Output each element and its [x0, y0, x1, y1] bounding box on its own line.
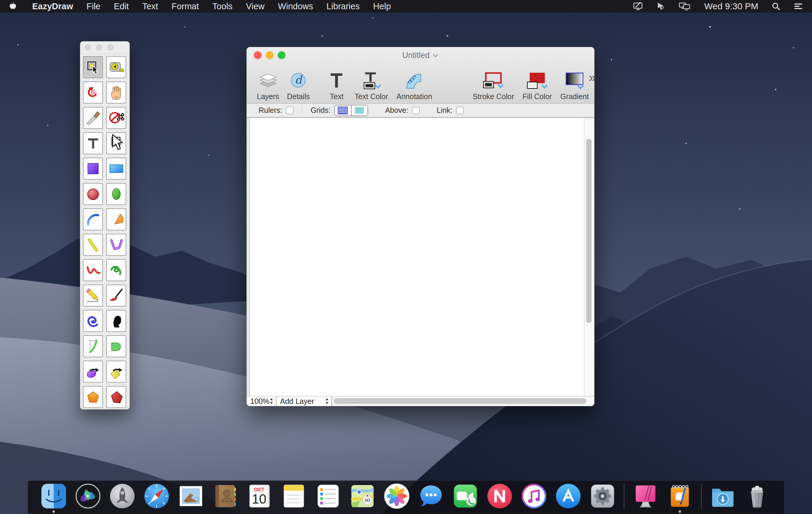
tool-select-button[interactable]: [83, 56, 103, 78]
above-checkbox[interactable]: [412, 107, 420, 114]
menu-edit[interactable]: Edit: [114, 1, 129, 11]
tool-polyline-button[interactable]: [106, 234, 126, 256]
toolbar-annotation-button[interactable]: TEXT Annotation: [397, 71, 432, 101]
dock-facetime[interactable]: [452, 483, 478, 509]
tool-circle-button[interactable]: [83, 183, 103, 205]
finder-icon: [40, 483, 67, 509]
dock-notes[interactable]: [281, 483, 307, 509]
palette-minimize-button[interactable]: [96, 45, 102, 50]
toolbar-label: Text: [330, 92, 344, 101]
menu-clock[interactable]: Wed 9:30 PM: [704, 1, 758, 11]
apple-menu[interactable]: [9, 2, 17, 11]
tool-silhouette-button[interactable]: [106, 310, 126, 332]
dock-cleanmymac[interactable]: [632, 483, 659, 509]
menu-tools[interactable]: Tools: [212, 1, 233, 11]
toolbar-gradient-button[interactable]: Gradient: [560, 71, 589, 101]
dock-itunes[interactable]: [521, 483, 547, 509]
drawing-canvas[interactable]: [250, 118, 584, 397]
notification-center-icon[interactable]: [793, 2, 803, 11]
link-checkbox[interactable]: [456, 107, 464, 114]
menu-windows[interactable]: Windows: [278, 1, 313, 11]
tool-polygon-button[interactable]: [106, 386, 126, 408]
palette-zoom-button[interactable]: [107, 45, 113, 50]
layer-menu-select[interactable]: Add Layer: [277, 397, 332, 406]
palette-close-button[interactable]: [85, 45, 91, 50]
menu-format[interactable]: Format: [172, 1, 199, 11]
dock-maps[interactable]: 3D: [349, 483, 376, 509]
display-draw-icon[interactable]: [633, 2, 643, 11]
menu-text[interactable]: Text: [142, 1, 158, 11]
tool-curve-button[interactable]: [83, 259, 103, 281]
details-letter: d: [295, 74, 303, 86]
tool-text-button[interactable]: [83, 132, 103, 154]
tool-brush-button[interactable]: [106, 285, 126, 306]
title-chevron-icon[interactable]: [433, 53, 438, 58]
vertical-scrollbar[interactable]: [584, 118, 594, 397]
tool-pan-hand-button[interactable]: [106, 81, 126, 104]
toolbar-fill-color-button[interactable]: Fill Color: [523, 71, 552, 101]
horizontal-scrollbar-thumb[interactable]: [334, 398, 586, 404]
menu-help[interactable]: Help: [373, 1, 391, 11]
dock-app-store[interactable]: [555, 483, 581, 509]
dock-news[interactable]: [487, 483, 513, 509]
tool-line-button[interactable]: [83, 234, 103, 256]
toolbar-text-button[interactable]: Text: [327, 71, 345, 101]
grid-fill-segment[interactable]: [351, 105, 368, 115]
pointer-icon[interactable]: [657, 2, 666, 11]
tool-knife-button[interactable]: [83, 107, 103, 129]
toolbar-layers-button[interactable]: Layers: [257, 71, 279, 101]
annotation-icon: TEXT: [405, 71, 424, 90]
toolbar-details-button[interactable]: d Details: [287, 71, 310, 101]
dock-safari[interactable]: [144, 483, 170, 509]
dual-display-icon[interactable]: [679, 2, 691, 11]
dock-contacts[interactable]: [212, 483, 238, 509]
link-label: Link:: [437, 106, 453, 115]
tool-pentagon-button[interactable]: [83, 386, 103, 408]
dock-trash[interactable]: [744, 483, 770, 509]
dock-launchpad[interactable]: [109, 483, 136, 509]
tool-pencil-button[interactable]: [83, 285, 103, 306]
layers-icon: [258, 71, 278, 90]
tool-measure-button[interactable]: [106, 56, 126, 78]
silhouette-icon: [108, 312, 125, 330]
tool-arc-button[interactable]: [83, 208, 103, 231]
dock-system-preferences[interactable]: [589, 483, 616, 509]
dock-downloads[interactable]: [710, 483, 736, 509]
dock-mail[interactable]: [178, 483, 204, 509]
tool-pie-button[interactable]: [106, 208, 126, 231]
spotlight-search-icon[interactable]: [772, 2, 780, 11]
tool-square-button[interactable]: [83, 158, 103, 180]
tool-curved-surface-button[interactable]: [83, 335, 103, 357]
menu-file[interactable]: File: [87, 1, 100, 11]
menu-app-name[interactable]: EazyDraw: [32, 1, 73, 11]
toolbar-stroke-color-button[interactable]: Stroke Color: [473, 71, 514, 101]
dock-messages[interactable]: [418, 483, 444, 509]
dock-calendar[interactable]: OCT 10: [246, 483, 273, 509]
dock-photos[interactable]: [384, 483, 410, 509]
tool-oval-button[interactable]: [106, 183, 126, 205]
dock-eazydraw[interactable]: [667, 483, 693, 509]
dock-finder[interactable]: [40, 483, 67, 509]
dock-siri[interactable]: [75, 483, 101, 509]
vertical-scrollbar-thumb[interactable]: [586, 139, 591, 323]
tool-spiral-button[interactable]: [83, 310, 103, 332]
palette-titlebar[interactable]: [80, 42, 129, 54]
horizontal-scrollbar[interactable]: [332, 397, 594, 406]
tool-no-command-button[interactable]: [106, 107, 126, 129]
toolbar-text-color-button[interactable]: Text Color: [354, 71, 388, 101]
dock-separator: [701, 484, 702, 509]
tool-rotate-rect-button[interactable]: [106, 360, 126, 383]
toolbar-overflow-button[interactable]: »: [589, 71, 594, 84]
tool-undo-rotate-button[interactable]: [83, 81, 103, 104]
dock-reminders[interactable]: [315, 483, 341, 509]
menu-view[interactable]: View: [246, 1, 264, 11]
zoom-select[interactable]: 100%: [247, 397, 277, 406]
tool-spline-button[interactable]: [106, 259, 126, 281]
grids-label: Grids:: [311, 106, 330, 115]
grid-lines-segment[interactable]: [335, 105, 351, 115]
tool-rectangle-button[interactable]: [106, 158, 126, 180]
menu-libraries[interactable]: Libraries: [326, 1, 359, 11]
tool-round-end-rect-button[interactable]: [106, 335, 126, 357]
tool-rotate-oval-button[interactable]: [83, 360, 103, 383]
rulers-checkbox[interactable]: [286, 107, 293, 114]
